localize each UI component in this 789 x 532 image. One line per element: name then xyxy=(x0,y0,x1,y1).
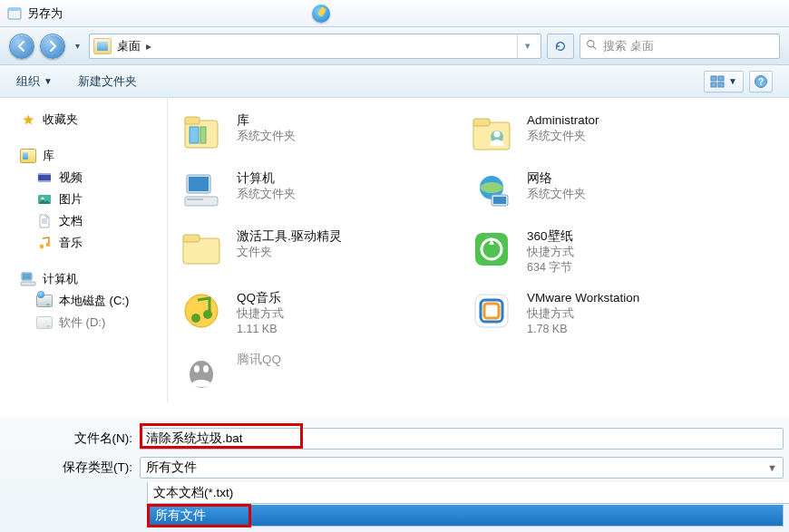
app-360-icon xyxy=(465,227,518,272)
window-icon xyxy=(7,6,22,21)
organize-menu[interactable]: 组织 ▼ xyxy=(16,73,53,90)
pictures-icon xyxy=(36,191,53,208)
breadcrumb-arrow-icon[interactable]: ▸ xyxy=(146,40,151,53)
svg-rect-40 xyxy=(475,233,508,266)
nav-history-dropdown[interactable]: ▾ xyxy=(71,35,83,57)
sidebar-item-label: 视频 xyxy=(59,169,83,186)
documents-icon xyxy=(36,213,53,229)
filetype-option-all-extension[interactable] xyxy=(251,505,784,527)
sidebar-drive-c[interactable]: 本地磁盘 (C:) xyxy=(20,290,163,312)
computer-icon xyxy=(20,271,36,287)
music-icon xyxy=(36,235,53,251)
libraries-icon xyxy=(20,148,36,164)
svg-point-19 xyxy=(46,243,51,247)
sidebar-favorites[interactable]: ★ 收藏夹 xyxy=(20,109,163,131)
qqmusic-icon xyxy=(175,288,228,334)
svg-rect-12 xyxy=(38,180,51,182)
favorites-star-icon: ★ xyxy=(20,111,36,128)
svg-rect-4 xyxy=(711,76,716,81)
list-item[interactable]: Administrator系统文件夹 xyxy=(465,111,774,156)
forward-button[interactable] xyxy=(40,34,65,59)
videos-icon xyxy=(36,169,53,186)
list-item[interactable]: 网络系统文件夹 xyxy=(465,169,774,214)
sidebar-item-videos[interactable]: 视频 xyxy=(20,167,163,189)
filetype-option-txt[interactable]: 文本文档(*.txt) xyxy=(147,482,789,504)
svg-text:?: ? xyxy=(758,77,764,87)
breadcrumb[interactable]: 桌面 ▸ ▾ xyxy=(89,34,541,59)
drive-d-icon xyxy=(36,314,53,331)
filetype-combobox[interactable]: 所有文件 ▼ xyxy=(140,457,784,479)
svg-rect-33 xyxy=(185,197,218,206)
view-mode-button[interactable]: ▼ xyxy=(704,71,744,92)
search-icon xyxy=(586,39,598,53)
filename-label: 文件名(N): xyxy=(5,430,140,447)
list-item[interactable]: VMware Workstation快捷方式1.78 KB xyxy=(465,288,774,337)
computer-icon xyxy=(175,169,228,214)
list-item[interactable]: 腾讯QQ xyxy=(175,350,465,395)
back-button[interactable] xyxy=(9,34,34,59)
svg-point-50 xyxy=(194,365,200,372)
sidebar-favorites-label: 收藏夹 xyxy=(43,111,78,128)
svg-rect-1 xyxy=(8,8,21,11)
filename-input[interactable]: 清除系统垃圾.bat xyxy=(140,428,784,450)
sidebar-computer[interactable]: 计算机 xyxy=(20,268,163,290)
sidebar-libraries-label: 库 xyxy=(43,148,54,164)
svg-rect-25 xyxy=(190,127,199,143)
list-item[interactable]: QQ音乐快捷方式1.11 KB xyxy=(175,288,465,337)
svg-rect-26 xyxy=(200,127,206,143)
sidebar-item-music[interactable]: 音乐 xyxy=(20,232,163,254)
file-list: 库系统文件夹 Administrator系统文件夹 计算机系统文件夹 网络系统文… xyxy=(168,98,789,402)
svg-rect-6 xyxy=(711,82,716,87)
svg-point-44 xyxy=(203,310,212,319)
vmware-icon xyxy=(465,288,518,334)
sidebar-item-label: 软件 (D:) xyxy=(59,314,105,331)
list-item[interactable]: 360壁纸快捷方式634 字节 xyxy=(465,227,774,276)
option-label: 文本文档(*.txt) xyxy=(153,485,233,501)
svg-rect-28 xyxy=(473,119,490,126)
svg-rect-34 xyxy=(187,198,203,200)
svg-rect-22 xyxy=(21,282,35,285)
svg-rect-21 xyxy=(23,274,31,279)
sidebar-drive-d[interactable]: 软件 (D:) xyxy=(20,312,163,334)
sidebar-item-documents[interactable]: 文档 xyxy=(20,210,163,232)
filetype-selected: 所有文件 xyxy=(146,459,197,476)
navigation-bar: ▾ 桌面 ▸ ▾ 搜索 桌面 xyxy=(0,27,789,65)
list-item[interactable]: 激活工具.驱动精灵文件夹 xyxy=(175,227,465,276)
network-icon xyxy=(465,169,518,214)
user-folder-icon xyxy=(465,111,518,156)
search-placeholder: 搜索 桌面 xyxy=(603,38,654,54)
svg-rect-32 xyxy=(189,177,209,191)
help-button[interactable]: ? xyxy=(749,71,773,92)
toolbar: 组织 ▼ 新建文件夹 ▼ ? xyxy=(0,65,789,98)
sidebar: ★ 收藏夹 库 视频 图片 文档 音乐 xyxy=(0,98,168,402)
breadcrumb-dropdown-icon[interactable]: ▾ xyxy=(517,34,537,58)
sidebar-item-label: 本地磁盘 (C:) xyxy=(59,293,129,309)
title-bar: 另存为 xyxy=(0,0,789,27)
option-label: 所有文件 xyxy=(155,508,206,524)
svg-point-18 xyxy=(40,245,44,249)
svg-point-51 xyxy=(203,365,209,372)
sidebar-item-label: 文档 xyxy=(59,213,83,229)
svg-point-30 xyxy=(494,131,501,138)
filename-value: 清除系统垃圾.bat xyxy=(146,430,243,447)
organize-label: 组织 xyxy=(16,73,40,90)
sidebar-item-label: 音乐 xyxy=(59,235,83,251)
sidebar-libraries[interactable]: 库 xyxy=(20,145,163,167)
new-folder-label: 新建文件夹 xyxy=(78,73,137,90)
folder-icon xyxy=(175,227,228,272)
svg-rect-37 xyxy=(493,197,506,204)
search-input[interactable]: 搜索 桌面 xyxy=(580,34,780,59)
ie-icon xyxy=(312,5,330,23)
save-panel: 文件名(N): 清除系统垃圾.bat 保存类型(T): 所有文件 ▼ 文本文档(… xyxy=(0,417,789,532)
chevron-down-icon: ▼ xyxy=(728,76,737,86)
list-item[interactable]: 库系统文件夹 xyxy=(175,111,465,156)
filetype-option-all[interactable]: 所有文件 xyxy=(150,507,248,525)
chevron-down-icon: ▼ xyxy=(44,76,53,86)
qq-icon xyxy=(175,350,228,395)
refresh-button[interactable] xyxy=(547,34,574,59)
new-folder-button[interactable]: 新建文件夹 xyxy=(78,73,137,90)
sidebar-item-pictures[interactable]: 图片 xyxy=(20,189,163,210)
drive-c-icon xyxy=(36,293,53,309)
desktop-icon xyxy=(93,38,112,54)
list-item[interactable]: 计算机系统文件夹 xyxy=(175,169,465,214)
